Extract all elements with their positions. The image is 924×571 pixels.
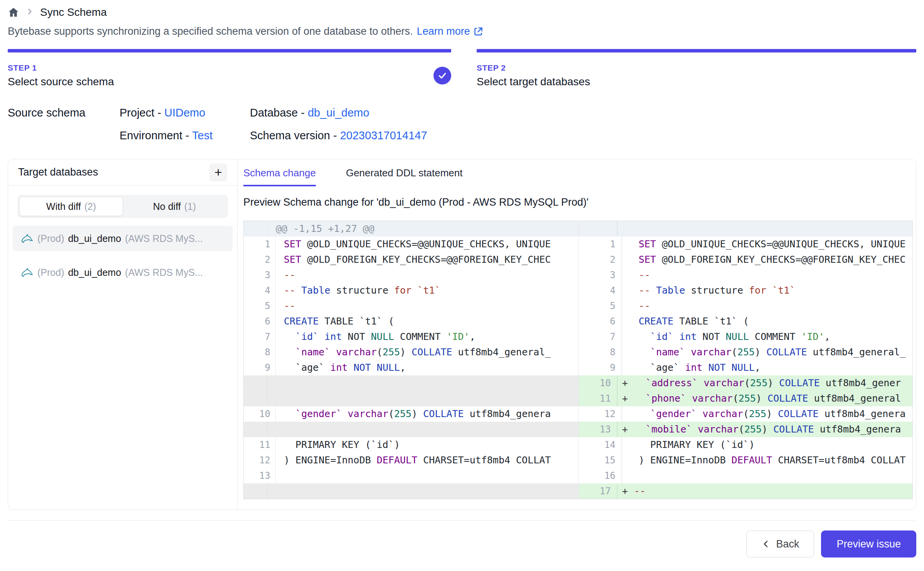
added-line-marker: + bbox=[622, 391, 634, 406]
home-icon[interactable] bbox=[8, 7, 19, 18]
line-number: 6 bbox=[583, 314, 622, 329]
code-line: `name` varchar(255) COLLATE utf8mb4_gene… bbox=[622, 345, 912, 360]
diff-row: 1SET @OLD_UNIQUE_CHECKS=@@UNIQUE_CHECKS,… bbox=[244, 237, 578, 252]
diff-row bbox=[579, 221, 912, 237]
diff-row: 1 SET @OLD_UNIQUE_CHECKS=@@UNIQUE_CHECKS… bbox=[579, 237, 912, 252]
line-number: 16 bbox=[583, 468, 622, 483]
code-line: ) ENGINE=InnoDB DEFAULT CHARSET=utf8mb4 … bbox=[276, 453, 578, 468]
diff-row: 11+ `phone` varchar(255) COLLATE utf8mb4… bbox=[579, 391, 912, 406]
diff-row: 3 -- bbox=[579, 267, 912, 283]
diff-row: 2SET @OLD_FOREIGN_KEY_CHECKS=@@FOREIGN_K… bbox=[244, 252, 578, 267]
code-line: SET @OLD_UNIQUE_CHECKS=@@UNIQUE_CHECKS, … bbox=[276, 237, 578, 252]
tab-schema-change[interactable]: Schema change bbox=[243, 167, 316, 186]
diff-row: 12) ENGINE=InnoDB DEFAULT CHARSET=utf8mb… bbox=[244, 453, 578, 468]
step-2: STEP 2 Select target databases bbox=[477, 49, 916, 88]
diff-row: @@ -1,15 +1,27 @@ bbox=[244, 221, 578, 237]
target-database-item[interactable]: (Prod) db_ui_demo (AWS RDS MyS... bbox=[13, 226, 233, 251]
tab-with-diff[interactable]: With diff (2) bbox=[19, 197, 123, 216]
code-line: + `mobile` varchar(255) COLLATE utf8mb4_… bbox=[617, 422, 912, 437]
schema-preview-panel: Schema change Generated DDL statement Pr… bbox=[238, 159, 916, 510]
no-diff-count: (1) bbox=[184, 201, 196, 212]
diff-row: 8 `name` varchar(255) COLLATE utf8mb4_ge… bbox=[244, 345, 578, 360]
diff-row: 14 PRIMARY KEY (`id`) bbox=[579, 437, 912, 453]
tab-generated-ddl[interactable]: Generated DDL statement bbox=[346, 167, 463, 186]
target-databases-panel: Target databases + With diff (2) No diff… bbox=[8, 159, 238, 510]
source-environment-field: Environment - Test bbox=[120, 129, 250, 142]
page-description: Bytebase supports synchronizing a specif… bbox=[8, 25, 916, 37]
line-number bbox=[579, 221, 617, 237]
code-line: SET @OLD_UNIQUE_CHECKS=@@UNIQUE_CHECKS, … bbox=[622, 237, 912, 252]
diff-row: 6CREATE TABLE `t1` ( bbox=[244, 314, 578, 329]
line-number: 12 bbox=[252, 453, 276, 468]
diff-row: 17+-- bbox=[579, 483, 912, 499]
target-database-item[interactable]: (Prod) db_ui_demo (AWS RDS MyS... bbox=[13, 260, 233, 285]
diff-row: 3-- bbox=[244, 267, 578, 283]
line-marker bbox=[627, 267, 639, 283]
code-line bbox=[268, 483, 578, 499]
step-1-label: STEP 1 bbox=[8, 63, 451, 73]
sync-panel: Target databases + With diff (2) No diff… bbox=[8, 159, 916, 510]
code-line: `id` int NOT NULL COMMENT 'ID', bbox=[276, 329, 578, 345]
code-line bbox=[617, 221, 912, 237]
code-line bbox=[268, 391, 578, 406]
diff-row: 8 `name` varchar(255) COLLATE utf8mb4_ge… bbox=[579, 345, 912, 360]
check-icon bbox=[437, 71, 447, 81]
line-number: 1 bbox=[252, 237, 276, 252]
line-number: 10 bbox=[579, 375, 617, 391]
line-marker bbox=[627, 329, 639, 345]
code-line: -- bbox=[622, 267, 912, 283]
added-line-marker: + bbox=[622, 422, 634, 437]
line-marker bbox=[627, 283, 639, 298]
line-number: 13 bbox=[579, 422, 617, 437]
line-number: 2 bbox=[252, 252, 276, 267]
line-number: 10 bbox=[252, 406, 276, 422]
diff-row: 9 `age` int NOT NULL, bbox=[579, 360, 912, 375]
line-number: 13 bbox=[252, 468, 276, 483]
code-line bbox=[622, 468, 912, 483]
line-number: 3 bbox=[583, 267, 622, 283]
diff-row: 9 `age` int NOT NULL, bbox=[244, 360, 578, 375]
step-1-title: Select source schema bbox=[8, 76, 451, 88]
line-number: 17 bbox=[579, 483, 617, 499]
diff-row bbox=[244, 391, 578, 406]
footer-actions: Back Preview issue bbox=[8, 520, 916, 568]
code-line: -- bbox=[622, 298, 912, 314]
add-target-database-button[interactable]: + bbox=[209, 164, 227, 181]
database-environment: (Prod) bbox=[37, 267, 64, 278]
preview-issue-button[interactable]: Preview issue bbox=[821, 530, 916, 557]
line-number: 14 bbox=[583, 437, 622, 453]
database-instance: (AWS RDS MyS... bbox=[125, 267, 203, 278]
line-marker bbox=[627, 453, 639, 468]
line-number: 5 bbox=[252, 298, 276, 314]
code-line: `gender` varchar(255) COLLATE utf8mb4_ge… bbox=[276, 406, 578, 422]
code-line: SET @OLD_FOREIGN_KEY_CHECKS=@@FOREIGN_KE… bbox=[622, 252, 912, 267]
with-diff-count: (2) bbox=[84, 201, 96, 212]
tab-no-diff[interactable]: No diff (1) bbox=[123, 197, 226, 216]
diff-filter-tabs: With diff (2) No diff (1) bbox=[17, 195, 228, 218]
code-line: PRIMARY KEY (`id`) bbox=[622, 437, 912, 453]
line-marker bbox=[627, 406, 639, 422]
code-line: -- bbox=[276, 267, 578, 283]
source-schema-summary: Source schema Project - UIDemo Database … bbox=[8, 106, 916, 142]
code-line: `name` varchar(255) COLLATE utf8mb4_gene… bbox=[276, 345, 578, 360]
line-number: 7 bbox=[252, 329, 276, 345]
line-marker bbox=[627, 360, 639, 375]
environment-link[interactable]: Test bbox=[192, 129, 212, 142]
description-text: Bytebase supports synchronizing a specif… bbox=[8, 25, 413, 37]
code-line: +-- bbox=[617, 483, 912, 499]
code-line: `id` int NOT NULL COMMENT 'ID', bbox=[622, 329, 912, 345]
line-number bbox=[244, 422, 268, 437]
diff-pane-source: @@ -1,15 +1,27 @@1SET @OLD_UNIQUE_CHECKS… bbox=[244, 221, 579, 499]
database-link[interactable]: db_ui_demo bbox=[308, 106, 369, 119]
schema-version-link[interactable]: 20230317014147 bbox=[340, 129, 427, 142]
back-button[interactable]: Back bbox=[746, 530, 814, 557]
diff-row: 6 CREATE TABLE `t1` ( bbox=[579, 314, 912, 329]
step-1: STEP 1 Select source schema bbox=[8, 49, 451, 88]
added-line-marker: + bbox=[622, 375, 634, 391]
line-marker bbox=[627, 298, 639, 314]
line-number: 15 bbox=[583, 453, 622, 468]
line-number: 9 bbox=[252, 360, 276, 375]
project-link[interactable]: UIDemo bbox=[164, 106, 205, 119]
learn-more-link[interactable]: Learn more bbox=[417, 25, 484, 37]
diff-row bbox=[244, 422, 578, 437]
